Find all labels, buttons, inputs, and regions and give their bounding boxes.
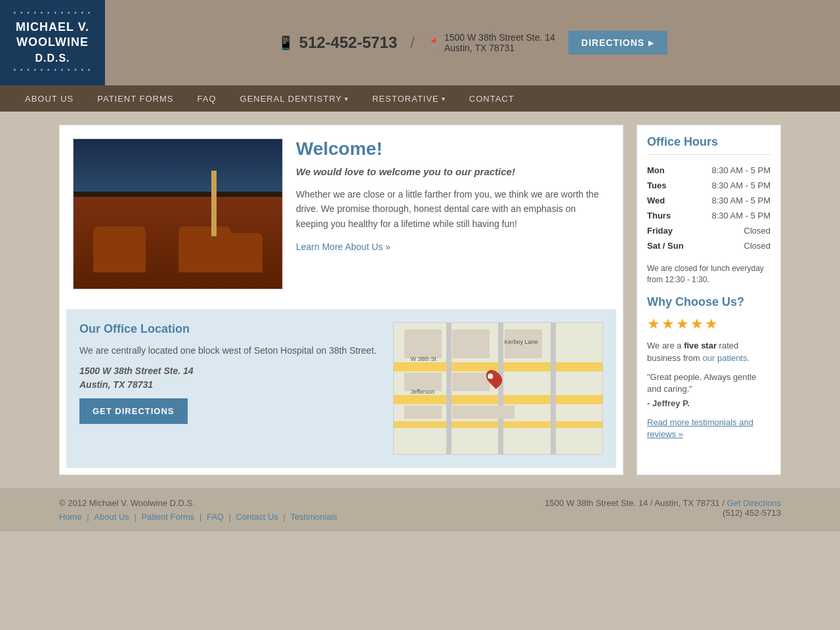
nav-general-dentistry[interactable]: GENERAL DENTISTRY ▾ [228, 87, 361, 110]
dropdown-arrow: ▾ [345, 95, 348, 102]
footer-address: 1500 W 38th Street Ste. 14 / Austin, TX … [545, 498, 724, 508]
footer-link-about[interactable]: About Us [94, 512, 129, 522]
divider: / [410, 33, 415, 52]
footer-phone: (512) 452-5713 [545, 508, 781, 518]
star-rating: ★★★★★ [647, 316, 770, 333]
map-visual: W 38th St Jefferson Kerbey Lane A [394, 323, 602, 454]
footer-links: Home | About Us | Patient Forms | FAQ | … [59, 512, 337, 522]
footer-link-home[interactable]: Home [59, 512, 82, 522]
learn-more-link[interactable]: Learn More About Us » [296, 242, 390, 252]
footer-link-contact[interactable]: Contact Us [236, 512, 278, 522]
location-address: 1500 W 38th Street Ste. 14 Austin, TX 78… [79, 364, 380, 392]
address-area: 📍 1500 W 38th Street Ste. 14 Austin, TX … [428, 32, 555, 53]
sidebar: Office Hours Mon 8:30 AM - 5 PM Tues 8:3… [637, 125, 781, 475]
footer-link-testimonials[interactable]: Testimonials [291, 512, 338, 522]
logo-line1: MICHAEL V. [16, 20, 89, 33]
patients-link[interactable]: our patients [703, 353, 747, 363]
logo-dots-bottom: • • • • • • • • • • • • [14, 66, 92, 74]
nav-restorative[interactable]: RESTORATIVE ▾ [360, 87, 457, 110]
location-icon: 📍 [428, 37, 439, 48]
footer-right: 1500 W 38th Street Ste. 14 / Austin, TX … [545, 498, 781, 518]
hours-table: Mon 8:30 AM - 5 PM Tues 8:30 AM - 5 PM W… [647, 163, 770, 253]
footer: © 2012 Michael V. Woolwine D.D.S. Home |… [0, 488, 840, 532]
testimonial-text: "Great people. Always gentle and caring.… [647, 371, 770, 395]
phone-number[interactable]: 512-452-5713 [299, 33, 397, 52]
location-description: We are centrally located one block west … [79, 344, 380, 358]
office-hours-heading: Office Hours [647, 135, 770, 155]
welcome-subtitle: We would love to welcome you to our prac… [296, 166, 610, 177]
welcome-heading: Welcome! [296, 138, 610, 159]
footer-left: © 2012 Michael V. Woolwine D.D.S. Home |… [59, 498, 337, 522]
logo-dots: • • • • • • • • • • • • [14, 9, 92, 17]
why-choose-heading: Why Choose Us? [647, 295, 770, 309]
logo-line2: WOOLWINE [16, 35, 89, 49]
nav-patient-forms[interactable]: PATIENT FORMS [85, 87, 185, 110]
hours-row-tues: Tues 8:30 AM - 5 PM [647, 178, 770, 193]
welcome-section: Welcome! We would love to welcome you to… [60, 125, 623, 303]
footer-get-directions-link[interactable]: Get Directions [727, 498, 781, 508]
address-line1: 1500 W 38th Street Ste. 14 [444, 32, 555, 43]
footer-link-patient-forms[interactable]: Patient Forms [141, 512, 194, 522]
hours-row-thurs: Thurs 8:30 AM - 5 PM [647, 208, 770, 223]
rating-text: We are a five star rated business from o… [647, 339, 770, 365]
read-more-testimonials-link[interactable]: Read more testimonials and reviews » [647, 417, 753, 439]
header-directions-button[interactable]: DIRECTIONS [568, 31, 667, 54]
footer-link-faq[interactable]: FAQ [207, 512, 224, 522]
page-background: Welcome! We would love to welcome you to… [0, 112, 840, 488]
phone-icon: 📱 [278, 35, 294, 51]
hours-row-friday: Friday Closed [647, 223, 770, 238]
nav-faq[interactable]: FAQ [186, 87, 228, 110]
get-directions-button[interactable]: GET DIRECTIONS [79, 398, 188, 424]
welcome-body: Whether we are close or a little farther… [296, 187, 610, 231]
hours-row-mon: Mon 8:30 AM - 5 PM [647, 163, 770, 178]
hours-note: We are closed for lunch everyday from 12… [647, 263, 770, 285]
map-pin: A [488, 369, 501, 387]
office-photo [73, 138, 283, 289]
location-heading: Our Office Location [79, 322, 380, 336]
logo-line3: D.D.S. [35, 52, 70, 64]
logo: • • • • • • • • • • • • MICHAEL V. WOOLW… [0, 0, 105, 85]
hours-row-sat-sun: Sat / Sun Closed [647, 238, 770, 253]
hours-row-wed: Wed 8:30 AM - 5 PM [647, 193, 770, 208]
center-content: Welcome! We would love to welcome you to… [59, 125, 623, 475]
location-info: Our Office Location We are centrally loc… [79, 322, 380, 455]
address-line2: Austin, TX 78731 [444, 43, 555, 53]
phone-area: 📱 512-452-5713 [278, 33, 397, 52]
navigation: ABOUT US PATIENT FORMS FAQ GENERAL DENTI… [0, 85, 840, 112]
welcome-text: Welcome! We would love to welcome you to… [296, 138, 610, 289]
header: • • • • • • • • • • • • MICHAEL V. WOOLW… [0, 0, 840, 85]
dropdown-arrow: ▾ [442, 95, 446, 102]
map-container[interactable]: W 38th St Jefferson Kerbey Lane A [393, 322, 603, 455]
why-choose-section: Why Choose Us? ★★★★★ We are a five star … [647, 295, 770, 440]
main-content: Welcome! We would love to welcome you to… [59, 125, 781, 475]
testimonial-author: - Jeffrey P. [647, 398, 770, 408]
nav-about-us[interactable]: ABOUT US [13, 87, 85, 110]
nav-contact[interactable]: CONTACT [457, 87, 526, 110]
footer-copyright: © 2012 Michael V. Woolwine D.D.S. [59, 498, 337, 508]
header-contact: 📱 512-452-5713 / 📍 1500 W 38th Street St… [105, 0, 840, 85]
location-section: Our Office Location We are centrally loc… [66, 309, 616, 468]
